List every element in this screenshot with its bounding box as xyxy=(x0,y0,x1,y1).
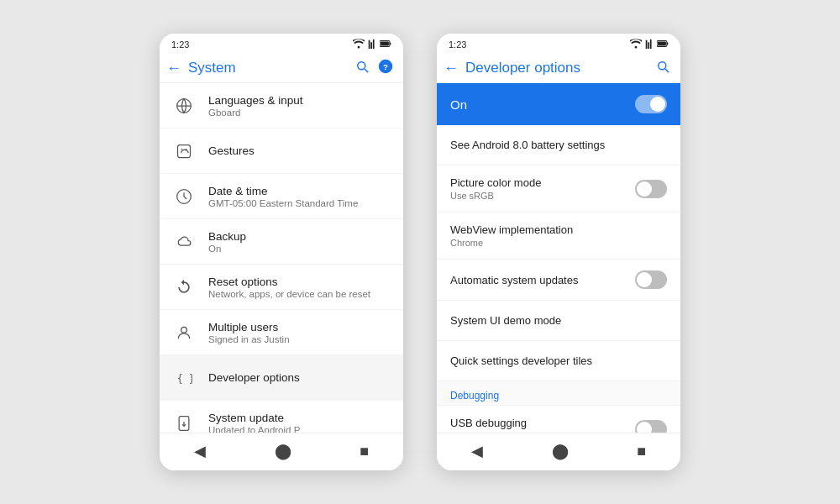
clock-icon xyxy=(171,188,197,205)
battery-icon xyxy=(380,39,391,50)
right-home-nav[interactable]: ⬤ xyxy=(552,442,569,460)
right-battery-icon xyxy=(657,39,669,50)
colormode-toggle-thumb xyxy=(637,181,652,197)
svg-rect-21 xyxy=(658,42,666,46)
dev-item-webview[interactable]: WebView implementation Chrome xyxy=(437,213,680,260)
debugging-section-header: Debugging xyxy=(437,381,680,406)
left-phone: 1:23 ← System ? xyxy=(160,34,403,470)
left-recents-nav[interactable]: ■ xyxy=(360,443,369,460)
reset-subtitle: Network, apps, or device can be reset xyxy=(208,289,391,299)
gestures-title: Gestures xyxy=(208,144,391,157)
settings-item-gestures[interactable]: Gestures xyxy=(160,129,403,174)
settings-item-backup[interactable]: Backup On xyxy=(160,219,403,265)
wifi-icon xyxy=(353,39,365,50)
left-header-actions: ? xyxy=(354,59,393,77)
person-icon xyxy=(171,324,197,341)
svg-rect-20 xyxy=(667,43,668,45)
dev-on-label: On xyxy=(450,97,635,112)
left-search-button[interactable] xyxy=(354,59,370,77)
svg-rect-17 xyxy=(648,42,649,49)
dev-item-demomode[interactable]: System UI demo mode xyxy=(437,301,680,341)
left-bottom-nav: ◀ ⬤ ■ xyxy=(160,433,403,470)
webview-subtitle: Chrome xyxy=(450,238,667,248)
svg-rect-5 xyxy=(381,42,389,46)
multiuser-title: Multiple users xyxy=(208,321,391,333)
left-back-button[interactable]: ← xyxy=(166,60,181,77)
signal-icon xyxy=(368,39,376,50)
settings-item-systemupdate[interactable]: System update Updated to Android P xyxy=(160,401,403,433)
svg-rect-18 xyxy=(650,39,652,49)
svg-rect-9 xyxy=(178,144,191,157)
right-recents-nav[interactable]: ■ xyxy=(637,443,646,460)
right-signal-icon xyxy=(645,39,654,50)
settings-item-reset[interactable]: Reset options Network, apps, or device c… xyxy=(160,265,403,310)
right-back-nav[interactable]: ◀ xyxy=(471,442,483,460)
right-header: ← Developer options xyxy=(437,54,680,83)
dev-on-toggle[interactable] xyxy=(635,95,667,113)
usbdebug-title: USB debugging xyxy=(450,417,604,429)
autoupdate-toggle-thumb xyxy=(637,272,652,287)
quicktiles-title: Quick settings developer tiles xyxy=(450,354,667,367)
datetime-subtitle: GMT-05:00 Eastern Standard Time xyxy=(208,198,391,208)
colormode-subtitle: Use sRGB xyxy=(450,191,541,201)
usbdebug-toggle[interactable] xyxy=(635,420,667,433)
settings-item-datetime[interactable]: Date & time GMT-05:00 Eastern Standard T… xyxy=(160,174,403,219)
backup-subtitle: On xyxy=(208,244,391,254)
svg-text:?: ? xyxy=(383,62,388,71)
colormode-title: Picture color mode xyxy=(450,176,541,189)
reset-icon xyxy=(171,279,197,296)
right-phone: 1:23 ← Developer options xyxy=(437,34,680,470)
svg-rect-16 xyxy=(646,40,648,49)
code-icon: { } xyxy=(171,370,197,386)
dev-item-usbdebug[interactable]: USB debugging Debug mode when USB is con… xyxy=(437,406,680,433)
left-header-title: System xyxy=(188,60,354,76)
svg-rect-4 xyxy=(390,43,391,45)
left-header: ← System ? xyxy=(160,54,403,83)
left-back-nav[interactable]: ◀ xyxy=(194,442,206,460)
backup-title: Backup xyxy=(208,230,391,243)
datetime-title: Date & time xyxy=(208,185,391,197)
languages-title: Languages & input xyxy=(208,94,391,107)
right-back-button[interactable]: ← xyxy=(444,60,459,77)
autoupdate-title: Automatic system updates xyxy=(450,274,578,286)
settings-item-languages[interactable]: Languages & input Gboard xyxy=(160,83,403,129)
left-settings-list: Languages & input Gboard Gestures xyxy=(160,83,403,433)
dev-on-row[interactable]: On xyxy=(437,83,680,125)
right-status-bar: 1:23 xyxy=(437,34,680,54)
right-wifi-icon xyxy=(630,39,642,50)
gesture-icon xyxy=(171,143,197,160)
right-header-actions xyxy=(655,59,670,77)
dev-item-battery[interactable]: See Android 8.0 battery settings xyxy=(437,125,680,165)
dev-item-autoupdate[interactable]: Automatic system updates xyxy=(437,260,680,301)
dev-item-colormode[interactable]: Picture color mode Use sRGB xyxy=(437,165,680,213)
colormode-toggle[interactable] xyxy=(635,180,667,198)
globe-icon xyxy=(171,97,197,114)
svg-point-11 xyxy=(181,327,187,333)
svg-text:{ }: { } xyxy=(177,372,192,384)
autoupdate-toggle[interactable] xyxy=(635,270,667,289)
right-bottom-nav: ◀ ⬤ ■ xyxy=(437,433,680,470)
webview-title: WebView implementation xyxy=(450,223,667,236)
systemupdate-title: System update xyxy=(208,412,391,424)
dev-item-quicktiles[interactable]: Quick settings developer tiles xyxy=(437,341,680,381)
left-time: 1:23 xyxy=(171,39,189,50)
multiuser-subtitle: Signed in as Justin xyxy=(208,334,391,344)
developer-title: Developer options xyxy=(208,371,391,384)
right-dev-list: On See Android 8.0 battery settings Pict… xyxy=(437,83,680,433)
right-time: 1:23 xyxy=(449,39,466,50)
settings-item-multiuser[interactable]: Multiple users Signed in as Justin xyxy=(160,310,403,355)
svg-rect-1 xyxy=(370,42,372,49)
svg-rect-0 xyxy=(369,40,370,49)
cloud-icon xyxy=(171,234,197,250)
left-help-button[interactable]: ? xyxy=(378,59,393,77)
systemupdate-subtitle: Updated to Android P xyxy=(208,425,391,433)
demomode-title: System UI demo mode xyxy=(450,314,667,327)
left-home-nav[interactable]: ⬤ xyxy=(275,442,291,460)
right-search-button[interactable] xyxy=(655,59,670,77)
left-status-icons xyxy=(353,39,391,50)
svg-rect-2 xyxy=(373,39,375,49)
reset-title: Reset options xyxy=(208,276,391,288)
usbdebug-toggle-thumb xyxy=(637,422,652,433)
settings-item-developer[interactable]: { } Developer options xyxy=(160,355,403,401)
dev-on-toggle-thumb xyxy=(650,97,665,112)
